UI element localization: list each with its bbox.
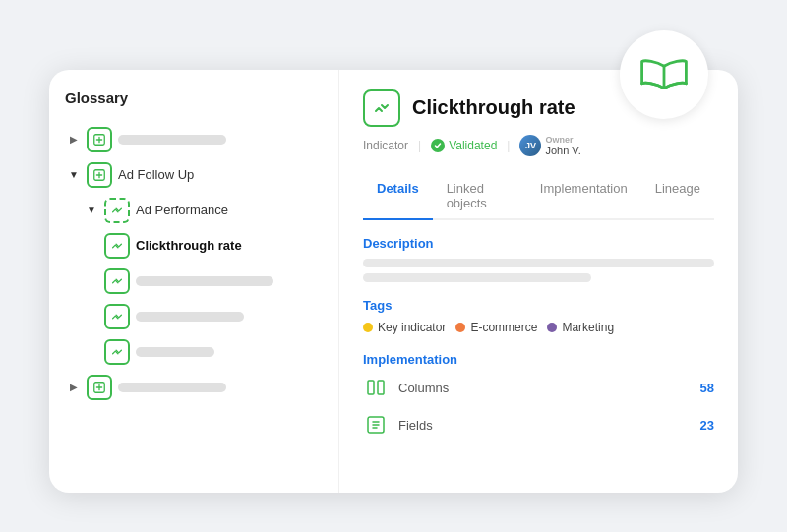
tree-item-1[interactable]: ▶ xyxy=(65,122,323,157)
tag-dot-key xyxy=(363,323,373,332)
meta-row: Indicator | Validated | JV Owner John V. xyxy=(363,135,714,158)
tabs-bar: Details Linked objects Implementation Li… xyxy=(363,173,714,220)
owner-label: Owner xyxy=(545,135,580,146)
tag-label-ecommerce: E-commerce xyxy=(470,321,537,334)
tab-implementation[interactable]: Implementation xyxy=(526,173,641,220)
main-title: Clickthrough rate xyxy=(412,96,575,119)
toggle-icon-1[interactable]: ▶ xyxy=(67,133,81,147)
fields-value: 23 xyxy=(700,418,714,433)
validated-badge: Validated xyxy=(431,139,497,152)
toggle-icon-3[interactable]: ▼ xyxy=(85,204,98,217)
sidebar-title: Glossary xyxy=(65,89,323,106)
item-icon-3 xyxy=(104,198,130,223)
columns-value: 58 xyxy=(700,381,714,395)
description-section-title: Description xyxy=(363,236,714,251)
tree-item-2[interactable]: ▼ Ad Follow Up xyxy=(65,157,323,193)
toggle-icon-8[interactable]: ▶ xyxy=(67,381,81,394)
item-icon-8 xyxy=(87,375,112,400)
item-label-bar-1 xyxy=(118,135,226,145)
tag-marketing: Marketing xyxy=(547,321,614,334)
owner-name: John V. xyxy=(545,145,580,157)
tree-item-3[interactable]: ▼ Ad Performance xyxy=(65,193,323,228)
tree-item-4[interactable]: Clickthrough rate xyxy=(65,228,323,264)
implementation-section-title: Implementation xyxy=(363,352,714,367)
item-icon-1 xyxy=(87,127,112,152)
item-label-3: Ad Performance xyxy=(136,203,228,217)
tree-item-7[interactable] xyxy=(65,334,323,370)
tab-details[interactable]: Details xyxy=(363,173,433,220)
owner-section: JV Owner John V. xyxy=(519,135,580,158)
tab-linked[interactable]: Linked objects xyxy=(433,173,526,220)
columns-icon xyxy=(363,375,389,400)
desc-line-2 xyxy=(363,273,591,282)
columns-row: Columns 58 xyxy=(363,375,714,400)
desc-line-1 xyxy=(363,259,714,267)
description-content xyxy=(363,259,714,282)
tag-ecommerce: E-commerce xyxy=(455,321,537,334)
separator-2: | xyxy=(507,139,510,152)
item-label-2: Ad Follow Up xyxy=(118,167,194,182)
tag-label-key: Key indicator xyxy=(378,321,446,334)
separator-1: | xyxy=(418,139,421,152)
columns-label: Columns xyxy=(398,381,691,395)
book-icon-circle xyxy=(620,30,708,119)
toggle-icon-2[interactable]: ▼ xyxy=(67,168,81,182)
fields-row: Fields 23 xyxy=(363,412,714,438)
owner-avatar: JV xyxy=(519,135,541,156)
validated-label: Validated xyxy=(449,139,497,152)
fields-label: Fields xyxy=(398,418,691,433)
tree-item-8[interactable]: ▶ xyxy=(65,370,323,405)
item-label-bar-8 xyxy=(118,383,226,392)
tag-label-marketing: Marketing xyxy=(562,321,614,334)
main-content: Clickthrough rate Indicator | Validated … xyxy=(339,70,738,493)
item-icon-7 xyxy=(104,339,130,365)
tag-dot-ecommerce xyxy=(455,323,465,332)
item-icon-5 xyxy=(104,268,130,294)
tree-item-5[interactable] xyxy=(65,264,323,299)
indicator-label: Indicator xyxy=(363,139,408,152)
svg-rect-4 xyxy=(378,381,384,394)
tree-item-6[interactable] xyxy=(65,299,323,334)
item-label-4: Clickthrough rate xyxy=(136,238,242,253)
item-icon-2 xyxy=(87,162,112,188)
tab-lineage[interactable]: Lineage xyxy=(641,173,714,220)
item-icon-6 xyxy=(104,304,130,329)
item-icon-4 xyxy=(104,233,130,259)
item-label-bar-5 xyxy=(136,276,273,286)
svg-rect-3 xyxy=(368,381,374,394)
item-label-bar-7 xyxy=(136,347,214,357)
tags-row: Key indicator E-commerce Marketing xyxy=(363,321,714,334)
sidebar: Glossary ▶ ▼ Ad Follow Up ▼ xyxy=(49,70,339,493)
tag-dot-marketing xyxy=(547,323,557,332)
tags-section-title: Tags xyxy=(363,298,714,313)
fields-icon xyxy=(363,412,389,438)
tag-key-indicator: Key indicator xyxy=(363,321,446,334)
book-icon xyxy=(640,55,688,94)
item-label-bar-6 xyxy=(136,312,244,322)
validated-dot xyxy=(431,139,445,152)
main-icon xyxy=(363,89,400,127)
owner-info: Owner John V. xyxy=(545,135,580,158)
